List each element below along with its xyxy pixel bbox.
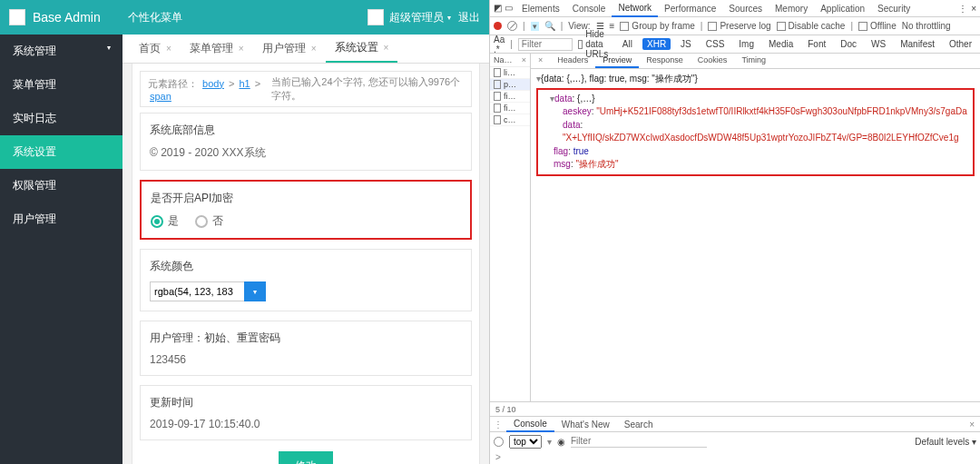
drawer-tab-search[interactable]: Search — [617, 418, 661, 431]
dt-tab-elements[interactable]: Elements — [515, 1, 566, 16]
dt-tab-sources[interactable]: Sources — [722, 1, 769, 16]
filter-font[interactable]: Font — [803, 38, 830, 50]
path-link[interactable]: span — [150, 91, 172, 102]
color-picker-button[interactable]: ▾ — [244, 281, 266, 301]
personalize-menu[interactable]: 个性化菜单 — [128, 10, 182, 25]
tab-bar: 首页× 菜单管理× 用户管理× 系统设置× — [122, 35, 489, 64]
drawer-menu-icon[interactable]: ⋮ — [490, 420, 506, 429]
record-icon[interactable] — [494, 22, 502, 30]
close-icon[interactable]: × — [384, 43, 389, 53]
drawer-tab-whatsnew[interactable]: What's New — [554, 418, 617, 431]
avatar-icon[interactable] — [368, 9, 384, 25]
console-toolbar: top ▾ ◉ Default levels ▾ — [490, 432, 980, 450]
element-path-row: 元素路径： body > h1 > span 当前已输入24个字符, 您还可以输… — [140, 71, 472, 107]
chevron-down-icon[interactable]: ▾ — [447, 14, 451, 22]
clear-icon[interactable] — [507, 21, 517, 31]
path-link[interactable]: body — [202, 78, 224, 89]
dt-tab-security[interactable]: Security — [871, 1, 916, 16]
filter-xhr[interactable]: XHR — [642, 38, 671, 50]
device-icon[interactable]: ▭ — [505, 3, 515, 14]
close-icon[interactable]: × — [311, 44, 317, 54]
request-row[interactable]: p… — [490, 79, 530, 91]
request-list-header[interactable]: Na…× — [490, 54, 530, 67]
group-by-frame-checkbox[interactable]: Group by frame — [620, 21, 694, 31]
resp-tab-preview[interactable]: Preview — [595, 54, 639, 68]
filter-all[interactable]: All — [618, 38, 637, 50]
request-row[interactable]: li… — [490, 67, 530, 79]
dt-tab-application[interactable]: Application — [814, 1, 871, 16]
content-scroll[interactable]: 元素路径： body > h1 > span 当前已输入24个字符, 您还可以输… — [122, 64, 489, 464]
admin-app: Base Admin 个性化菜单 超级管理员 ▾ 退出 系统管理▾ 菜单管理 实… — [0, 0, 490, 464]
inspect-icon[interactable]: ◩ — [494, 3, 505, 14]
filter-js[interactable]: JS — [676, 38, 696, 50]
console-prompt[interactable]: > — [490, 450, 980, 464]
sidebar-item-permission[interactable]: 权限管理 — [0, 169, 122, 202]
preserve-log-checkbox[interactable]: Preserve log — [708, 21, 770, 31]
radio-no[interactable]: 否 — [195, 213, 223, 229]
sidebar-item-menu[interactable]: 菜单管理 — [0, 68, 122, 102]
close-panel-icon[interactable]: × — [531, 54, 550, 68]
network-filter-input[interactable] — [518, 38, 573, 51]
filter-toggle-icon[interactable]: ▾ — [531, 22, 539, 31]
devtools-tabs: ◩ ▭ Elements Console Network Performance… — [490, 0, 980, 17]
card-title: 是否开启API加密 — [151, 191, 461, 206]
sidebar-item-system[interactable]: 系统管理▾ — [0, 35, 122, 68]
tab-home[interactable]: 首页× — [130, 35, 181, 62]
path-prefix: 元素路径： — [148, 78, 198, 89]
resp-tab-cookies[interactable]: Cookies — [691, 54, 735, 68]
search-icon[interactable]: 🔍 — [544, 21, 555, 31]
close-icon[interactable]: × — [239, 44, 244, 54]
close-icon[interactable]: × — [964, 420, 980, 429]
network-filter-bar: Aa .* | Hide data URLs All XHR JS CSS Im… — [490, 35, 980, 54]
tab-settings[interactable]: 系统设置× — [326, 35, 398, 63]
sidebar-item-log[interactable]: 实时日志 — [0, 102, 122, 135]
file-icon — [494, 92, 501, 101]
highlighted-response: ▾data: {,…} aeskey: "UmHj+K521IF088tyf3d… — [536, 88, 975, 176]
role-label[interactable]: 超级管理员 — [389, 10, 444, 25]
dt-tab-performance[interactable]: Performance — [658, 1, 722, 16]
drawer-tab-console[interactable]: Console — [506, 417, 554, 432]
resp-tab-headers[interactable]: Headers — [550, 54, 595, 68]
close-icon[interactable]: × — [166, 44, 172, 54]
logout-link[interactable]: 退出 — [458, 10, 480, 25]
dt-tab-console[interactable]: Console — [566, 1, 612, 16]
sidebar: 系统管理▾ 菜单管理 实时日志 系统设置 权限管理 用户管理 — [0, 35, 122, 464]
request-row[interactable]: c… — [490, 114, 530, 126]
dt-tab-memory[interactable]: Memory — [769, 1, 814, 16]
preview-summary[interactable]: {data: {,…}, flag: true, msg: "操作成功"} — [541, 74, 698, 84]
more-icon[interactable]: ⋮ — [958, 4, 967, 14]
clear-console-icon[interactable] — [494, 437, 504, 447]
filter-doc[interactable]: Doc — [836, 38, 861, 50]
request-row[interactable]: fi… — [490, 103, 530, 114]
throttling-select[interactable]: No throttling — [902, 21, 951, 31]
close-icon[interactable]: × — [971, 4, 976, 14]
sidebar-item-settings[interactable]: 系统设置 — [0, 135, 122, 169]
filter-other[interactable]: Other — [945, 38, 976, 50]
filter-manifest[interactable]: Manifest — [896, 38, 939, 50]
filter-img[interactable]: Img — [734, 38, 759, 50]
eye-icon[interactable]: ◉ — [557, 437, 565, 447]
card-value: 2019-09-17 10:15:40.0 — [150, 418, 462, 430]
filter-media[interactable]: Media — [764, 38, 798, 50]
main-area: 首页× 菜单管理× 用户管理× 系统设置× 元素路径： body > h1 > … — [122, 35, 489, 464]
offline-checkbox[interactable]: Offline — [858, 21, 897, 31]
request-row[interactable]: fi… — [490, 91, 530, 103]
sidebar-item-user[interactable]: 用户管理 — [0, 202, 122, 236]
tab-user[interactable]: 用户管理× — [253, 35, 326, 62]
submit-button[interactable]: 修改 — [279, 451, 333, 464]
search-match-label[interactable]: Aa .* — [494, 35, 505, 54]
filter-css[interactable]: CSS — [701, 38, 730, 50]
path-link[interactable]: h1 — [239, 78, 250, 89]
file-icon — [494, 115, 501, 124]
resp-tab-response[interactable]: Response — [639, 54, 691, 68]
radio-yes[interactable]: 是 — [151, 213, 179, 229]
disable-cache-checkbox[interactable]: Disable cache — [777, 21, 846, 31]
dt-tab-network[interactable]: Network — [612, 0, 658, 17]
context-select[interactable]: top — [509, 435, 542, 449]
resp-tab-timing[interactable]: Timing — [734, 54, 773, 68]
filter-ws[interactable]: WS — [867, 38, 890, 50]
console-filter-input[interactable] — [571, 435, 707, 448]
log-levels-select[interactable]: Default levels ▾ — [915, 437, 976, 447]
tab-menu[interactable]: 菜单管理× — [181, 35, 253, 62]
color-input[interactable] — [150, 281, 245, 301]
